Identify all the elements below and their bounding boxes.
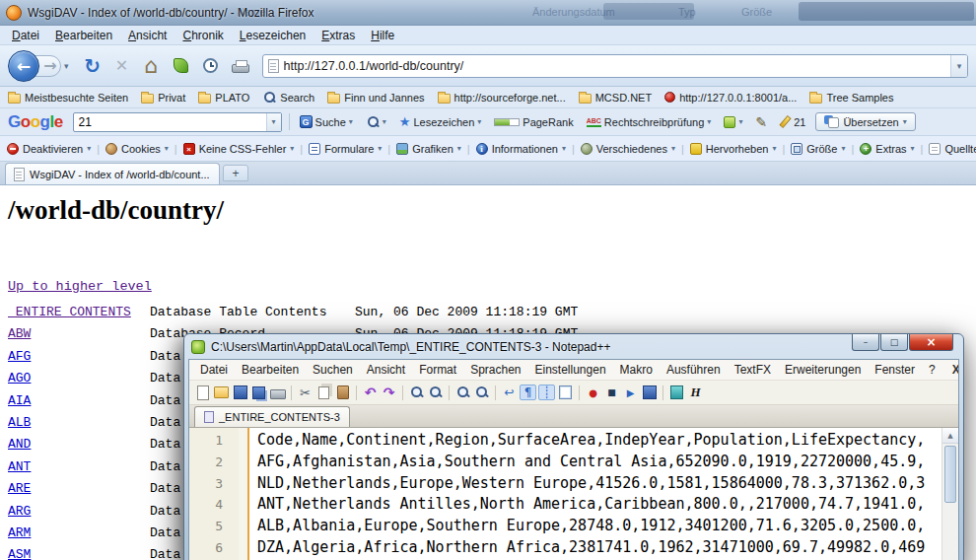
google-search-input[interactable] — [74, 115, 266, 129]
line-text[interactable]: AFG,Afghanistan,Asia,Southern and Centra… — [231, 452, 925, 473]
maximize-button[interactable]: □ — [880, 334, 908, 351]
bookmark-privat[interactable]: Privat — [141, 92, 185, 104]
webdev-hervorheben[interactable]: Hervorheben▾ — [690, 143, 777, 155]
entry-link-ago[interactable]: AGO — [8, 368, 150, 389]
record-macro-icon[interactable]: ● — [585, 385, 601, 400]
entry-link-afg[interactable]: AFG — [8, 346, 150, 368]
pagerank-indicator[interactable]: PageRank — [491, 114, 576, 130]
up-to-higher-level-link[interactable]: Up to higher level — [8, 279, 152, 294]
save-all-icon[interactable] — [250, 385, 267, 400]
firefox-titlebar[interactable]: WsgiDAV - Index of /world-db/country/ - … — [0, 0, 976, 26]
play-macro-icon[interactable]: ▶ — [622, 385, 639, 400]
open-file-icon[interactable] — [213, 385, 230, 400]
save-macro-icon[interactable] — [641, 385, 658, 400]
stop-button[interactable]: ✕ — [108, 52, 136, 80]
webdev-cookies[interactable]: Cookies▾ — [105, 143, 169, 155]
google-bookmarks-button[interactable]: ★ Lesezeichen ▾ — [396, 112, 484, 131]
notepad-titlebar[interactable]: C:\Users\Martin\AppData\Local\Temp\_ENTI… — [188, 334, 959, 359]
npp-close-doc-button[interactable]: X — [942, 363, 959, 377]
find-icon[interactable] — [408, 385, 425, 400]
print-icon[interactable] — [269, 385, 286, 400]
redo-icon[interactable]: ↷ — [381, 385, 397, 400]
history-dropdown-icon[interactable]: ▾ — [64, 61, 69, 71]
menu-item-hilfe[interactable]: Hilfe — [363, 27, 402, 44]
entry-link-arg[interactable]: ARG — [8, 501, 150, 523]
google-search-button[interactable]: G Suche ▾ — [297, 113, 356, 130]
home-button[interactable]: ⌂ — [138, 52, 166, 80]
bookmark-http-127-0-0-1-8001-a[interactable]: http://127.0.0.1:8001/a... — [664, 92, 797, 104]
new-tab-button[interactable]: + — [223, 165, 248, 181]
entry-link-alb[interactable]: ALB — [8, 412, 150, 434]
webdev-deaktivieren[interactable]: Deaktivieren▾ — [7, 143, 91, 155]
menu-item-chronik[interactable]: Chronik — [174, 27, 231, 44]
print-button[interactable] — [227, 52, 254, 80]
feed-button[interactable] — [168, 52, 195, 80]
npp-menu-item[interactable]: ? — [922, 361, 942, 379]
doc-map-icon[interactable] — [557, 385, 574, 400]
npp-menu-ansicht[interactable]: Ansicht — [360, 361, 412, 379]
highlight-button[interactable]: 21 — [777, 113, 808, 130]
back-button[interactable]: ← — [8, 50, 39, 82]
translate-button[interactable]: Übersetzen ▾ — [815, 112, 915, 131]
stop-macro-icon[interactable]: ■ — [603, 385, 620, 400]
entry-link-ant[interactable]: ANT — [8, 456, 150, 478]
line-text[interactable]: ANT,Netherlands Antilles,North America,C… — [231, 494, 925, 516]
line-text[interactable]: Code,Name,Continent,Region,SurfaceArea,I… — [231, 430, 925, 452]
save-icon[interactable] — [232, 385, 248, 400]
menu-item-extras[interactable]: Extras — [314, 27, 363, 44]
npp-menu-erweiterungen[interactable]: Erweiterungen — [778, 361, 868, 379]
npp-menu-suchen[interactable]: Suchen — [306, 361, 360, 379]
undo-icon[interactable]: ↶ — [362, 385, 379, 400]
indent-guide-icon[interactable]: ┊ — [538, 385, 555, 400]
entry-link-asm[interactable]: ASM — [8, 544, 150, 560]
webdev-extras[interactable]: Extras▾ — [860, 143, 914, 155]
webdev-grafiken[interactable]: Grafiken▾ — [396, 143, 461, 155]
copy-icon[interactable] — [315, 385, 332, 400]
bookmark-meistbesuchte-seiten[interactable]: Meistbesuchte Seiten — [8, 92, 128, 104]
minimize-button[interactable]: – — [852, 334, 879, 351]
autofill-button[interactable]: ▾ — [721, 114, 745, 130]
new-file-icon[interactable] — [194, 385, 211, 400]
bookmark-finn-und-jannes[interactable]: Finn und Jannes — [327, 92, 424, 104]
npp-menu-textfx[interactable]: TextFX — [728, 361, 778, 379]
npp-menu-einstellungen[interactable]: Einstellungen — [528, 361, 613, 379]
menu-item-bearbeiten[interactable]: Bearbeiten — [47, 27, 120, 44]
npp-menu-bearbeiten[interactable]: Bearbeiten — [235, 361, 306, 379]
vertical-scrollbar[interactable]: ▲ — [941, 428, 958, 560]
entry-link-and[interactable]: AND — [8, 434, 150, 455]
spellcheck-button[interactable]: ABC Rechtschreibprüfung ▾ — [584, 114, 715, 130]
entry-link-are[interactable]: ARE — [8, 478, 150, 500]
site-search-button[interactable]: ▾ — [363, 113, 389, 131]
webdev-verschiedenes[interactable]: Verschiedenes▾ — [581, 143, 675, 155]
entry-link-aia[interactable]: AIA — [8, 390, 150, 412]
url-dropdown-button[interactable]: ▾ — [950, 55, 967, 77]
bookmark-http-sourceforge-net[interactable]: http://sourceforge.net... — [438, 92, 566, 104]
refresh-button[interactable]: ↻ — [79, 52, 106, 80]
line-text[interactable]: DZA,Algeria,Africa,Northern Africa,23817… — [231, 537, 925, 559]
npp-menu-format[interactable]: Format — [412, 361, 463, 379]
html-preview-icon[interactable]: H — [687, 385, 704, 400]
entry-link-abw[interactable]: ABW — [8, 323, 150, 345]
replace-icon[interactable] — [427, 385, 444, 400]
bookmark-plato[interactable]: PLATO — [198, 92, 249, 104]
cut-icon[interactable]: ✂ — [297, 385, 314, 400]
bookmark-mcsd-net[interactable]: MCSD.NET — [579, 92, 652, 104]
webdev-formulare[interactable]: Formulare▾ — [309, 143, 382, 155]
menu-item-ansicht[interactable]: Ansicht — [120, 27, 174, 44]
url-input[interactable] — [279, 59, 950, 73]
tab-wsgidav[interactable]: WsgiDAV - Index of /world-db/count... — [5, 163, 220, 184]
scroll-thumb[interactable] — [944, 446, 956, 503]
pencil-button[interactable]: ✎ — [752, 112, 770, 132]
line-text[interactable]: NLD,Netherlands,Europe,Western Europe,41… — [231, 473, 925, 495]
npp-editor[interactable]: 1Code,Name,Continent,Region,SurfaceArea,… — [189, 428, 958, 560]
function-list-icon[interactable] — [668, 385, 685, 400]
bookmark-search[interactable]: Search — [262, 91, 314, 105]
zoom-out-icon[interactable] — [473, 385, 490, 400]
zoom-in-icon[interactable] — [454, 385, 471, 400]
entry-link-entire-contents[interactable]: ENTIRE CONTENTS — [8, 302, 150, 323]
webdev-gr-e[interactable]: Größe▾ — [791, 143, 845, 155]
paste-icon[interactable] — [334, 385, 351, 400]
npp-menu-ausf-hren[interactable]: Ausführen — [660, 361, 728, 379]
entry-link-arm[interactable]: ARM — [8, 523, 150, 544]
npp-menu-sprachen[interactable]: Sprachen — [463, 361, 527, 379]
